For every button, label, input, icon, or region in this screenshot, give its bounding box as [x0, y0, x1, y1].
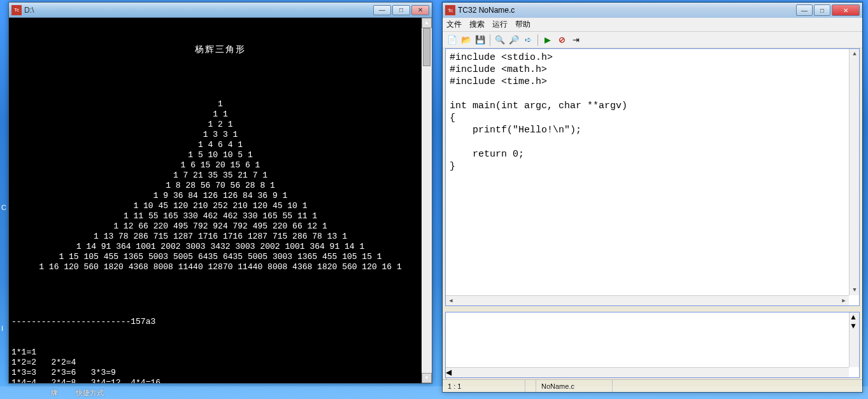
pascal-row: 1 10 45 120 210 252 210 120 45 10 1: [11, 201, 429, 211]
scroll-left-icon[interactable]: ◀: [446, 368, 849, 377]
pascal-row: 1: [11, 99, 429, 109]
console-content: 杨辉三角形 11 11 2 11 3 3 11 4 6 4 11 5 10 10…: [9, 18, 432, 383]
scroll-thumb[interactable]: [423, 28, 430, 66]
scroll-down-icon[interactable]: ▼: [850, 321, 859, 330]
pascal-row: 1 2 1: [11, 120, 429, 130]
pascal-row: 1 12 66 220 495 792 924 792 495 220 66 1…: [11, 221, 429, 232]
pascal-title: 杨辉三角形: [11, 45, 429, 55]
ide-output-panel[interactable]: ▲ ▼ ◀ ▶: [445, 312, 860, 378]
console-title: D:\: [24, 6, 373, 15]
pascal-row: 1 16 120 560 1820 4368 8008 11440 12870 …: [11, 262, 429, 272]
console-body: 杨辉三角形 11 11 2 11 3 3 11 4 6 4 11 5 10 10…: [9, 18, 432, 383]
menu-help[interactable]: 帮助: [515, 19, 530, 30]
ide-window: Tc TC32 NoName.c — □ ✕ 文件 搜索 运行 帮助 📄 📂 💾…: [442, 2, 863, 393]
find-next-icon[interactable]: 🔎: [508, 34, 520, 46]
ide-minimize-button[interactable]: —: [796, 4, 813, 16]
editor-vscrollbar[interactable]: ▲ ▼: [849, 49, 859, 295]
pascal-row: 1 6 15 20 15 6 1: [11, 160, 429, 171]
ide-editor[interactable]: #include <stdio.h> #include <math.h> #in…: [445, 48, 860, 306]
mult-table-row: 1*3=3 2*3=6 3*3=9: [11, 368, 429, 378]
ide-titlebar[interactable]: Tc TC32 NoName.c — □ ✕: [443, 3, 862, 18]
editor-hscrollbar[interactable]: ◀ ▶: [446, 295, 849, 305]
console-minimize-button[interactable]: —: [373, 5, 391, 15]
pascal-row: 1 7 21 35 35 21 7 1: [11, 171, 429, 181]
save-file-icon[interactable]: 💾: [474, 34, 486, 46]
desktop-letter-i: I: [1, 325, 3, 332]
desktop-letter-c: C: [1, 204, 6, 211]
pascal-row: 1 15 105 455 1365 5003 5005 6435 6435 50…: [11, 252, 429, 262]
scroll-down-icon[interactable]: ▼: [850, 285, 860, 295]
scroll-down-icon[interactable]: ▼: [422, 373, 432, 383]
pascal-row: 1 13 78 286 715 1287 1716 1716 1287 715 …: [11, 232, 429, 242]
output-hscrollbar[interactable]: ◀ ▶: [446, 367, 849, 377]
console-close-button[interactable]: ✕: [411, 5, 429, 15]
goto-icon[interactable]: ➪: [522, 34, 534, 46]
console-app-icon: Tc: [11, 5, 22, 15]
console-titlebar[interactable]: Tc D:\ — □ ✕: [9, 3, 432, 18]
step-icon[interactable]: ⇥: [570, 34, 581, 46]
toolbar-separator: [490, 34, 490, 46]
ide-title: TC32 NoName.c: [458, 6, 796, 15]
menu-search[interactable]: 搜索: [469, 19, 485, 30]
ide-menubar: 文件 搜索 运行 帮助: [443, 18, 862, 32]
scroll-right-icon[interactable]: ▶: [839, 296, 849, 306]
scroll-up-icon[interactable]: ▲: [850, 312, 859, 321]
new-file-icon[interactable]: 📄: [446, 34, 458, 46]
scroll-up-icon[interactable]: ▲: [422, 18, 432, 28]
ide-close-button[interactable]: ✕: [832, 4, 860, 16]
console-scrollbar[interactable]: ▲ ▼: [422, 18, 432, 383]
taskbar-reflection: [0, 386, 868, 399]
menu-run[interactable]: 运行: [492, 19, 508, 30]
pascal-row: 1 11 55 165 330 462 462 330 165 55 11 1: [11, 211, 429, 221]
divider-line: ------------------------157a3: [11, 317, 429, 327]
pascal-row: 1 14 91 364 1001 2002 3003 3432 3003 200…: [11, 242, 429, 252]
console-maximize-button[interactable]: □: [392, 5, 410, 15]
mult-table-row: 1*4=4 2*4=8 3*4=12 4*4=16: [11, 378, 429, 383]
find-icon[interactable]: 🔍: [494, 34, 506, 46]
run-icon[interactable]: ▶: [542, 34, 553, 46]
console-window: Tc D:\ — □ ✕ 杨辉三角形 11 11 2 11 3 3 11 4 6…: [8, 2, 432, 384]
toolbar-separator: [537, 34, 538, 46]
pascal-row: 1 5 10 10 5 1: [11, 150, 429, 160]
ide-maximize-button[interactable]: □: [814, 4, 830, 16]
scroll-up-icon[interactable]: ▲: [850, 49, 860, 59]
stop-icon[interactable]: ⊘: [556, 34, 567, 46]
output-vscrollbar[interactable]: ▲ ▼: [849, 312, 859, 367]
ide-app-icon: Tc: [445, 5, 455, 15]
scroll-left-icon[interactable]: ◀: [446, 296, 456, 306]
pascal-row: 1 9 36 84 126 126 84 36 9 1: [11, 191, 429, 201]
ide-toolbar: 📄 📂 💾 🔍 🔎 ➪ ▶ ⊘ ⇥: [443, 32, 862, 48]
open-file-icon[interactable]: 📂: [460, 34, 472, 46]
pascal-row: 1 3 3 1: [11, 130, 429, 140]
pascal-row: 1 4 6 4 1: [11, 140, 429, 150]
pascal-row: 1 1: [11, 109, 429, 120]
mult-table-row: 1*1=1: [11, 347, 429, 358]
pascal-row: 1 8 28 56 70 56 28 8 1: [11, 181, 429, 191]
code-content[interactable]: #include <stdio.h> #include <math.h> #in…: [446, 49, 859, 175]
mult-table-row: 1*2=2 2*2=4: [11, 358, 429, 368]
menu-file[interactable]: 文件: [446, 19, 462, 30]
